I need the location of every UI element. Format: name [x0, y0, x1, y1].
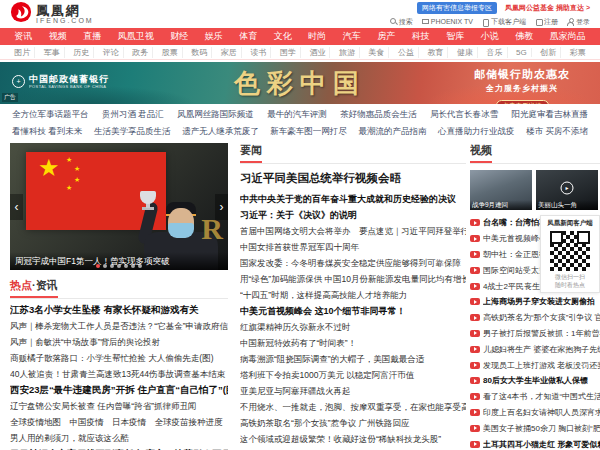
tab-video[interactable]: 视频 [470, 143, 492, 163]
hot-news-item[interactable]: 男子被埋身亡家属找不到责任人 官方：挖墓引发不属安全事故 [10, 446, 228, 450]
tab-info[interactable]: 资讯 [36, 279, 58, 291]
carousel-dot[interactable] [96, 264, 100, 268]
main-nav-item[interactable]: 资讯 [14, 30, 32, 43]
yaowen-news-item[interactable]: 用“绿色”加码能源保供 中国10月份新能源发电量同比均有增长 [240, 271, 466, 287]
text-ad-link[interactable]: 最潮流的产品指南 [358, 126, 426, 138]
main-nav-item[interactable]: 科技 [412, 30, 430, 43]
main-nav-item[interactable]: 体育 [239, 30, 257, 43]
video-list-item[interactable]: 土耳其四耳小猫走红 形象可爱似精灵 [470, 436, 600, 450]
sub-nav-item[interactable]: 教育 [423, 47, 448, 58]
main-nav-item[interactable]: 娱乐 [205, 30, 223, 43]
video-list-item[interactable]: 高铁奶茶名为“那个女孩”引争议 官方回应 [470, 310, 600, 326]
yaowen-news-item[interactable]: 中美元首视频峰会 这10个细节非同寻常！ [240, 303, 466, 319]
quick-link[interactable]: 下载客户端 [482, 17, 526, 27]
main-nav-item[interactable]: 直播 [83, 30, 101, 43]
sub-nav-item[interactable]: 评论 [99, 47, 124, 58]
charity-link[interactable]: 凤凰网公益基金 捐助直达 > [505, 3, 590, 13]
hot-news-item[interactable]: 商贩橘子散落路口：小学生帮忙抢捡 大人偷偷先走(图) [10, 350, 228, 366]
text-ad-link[interactable]: 心直播助力行业战疫 [438, 126, 515, 138]
carousel-prev-arrow[interactable]: ‹ [10, 194, 23, 220]
main-nav-item[interactable]: 视频 [49, 30, 67, 43]
sub-nav-item[interactable]: 创新 [536, 47, 561, 58]
lead-headline[interactable]: 习近平同美国总统举行视频会晤 [240, 171, 466, 186]
hot-news-item[interactable]: 江苏3名小学女生坠楼 有家长怀疑和游戏有关 [10, 302, 228, 318]
yaowen-news-item[interactable]: 首届中国网络文明大会将举办 要点速览｜习近平同拜登举行视频会晤 [240, 223, 466, 239]
sub-nav-item[interactable]: 政务 [128, 47, 153, 58]
text-ad-link[interactable]: 贵州习酒 君品汇 [102, 109, 164, 121]
hot-news-item[interactable]: 风声｜棒杀宠物犬工作人员是否违法？“它基金”申请政府信息公开 [10, 318, 228, 334]
yaowen-news-item[interactable]: 塔利班下令拍卖1000万美元 以稳定阿富汗币值 [240, 367, 466, 383]
yaowen-news-item[interactable]: 中共中央关于党的百年奋斗重大成就和历史经验的决议 [240, 191, 466, 207]
sub-nav-item[interactable]: 图片 [10, 47, 35, 58]
hot-news-item[interactable]: 辽宁盘锦公安局长被查 任内曾曝“跨省”抓律师丑闻 [10, 398, 228, 414]
text-ad-link[interactable]: 最牛的汽车评测 [267, 109, 327, 121]
main-nav-item[interactable]: 凰家尚品 [550, 30, 586, 43]
ifeng-logo[interactable]: 鳳凰網 IFENG.COM [10, 1, 94, 27]
carousel-dot[interactable] [131, 264, 135, 268]
sub-nav-item[interactable]: 健康 [453, 47, 478, 58]
sub-nav-item[interactable]: 读书 [246, 47, 271, 58]
sub-nav-item[interactable]: 彩票 [566, 47, 590, 58]
carousel-dot[interactable] [138, 264, 142, 268]
sub-nav-item[interactable]: 历史 [69, 47, 94, 58]
yaowen-news-item[interactable]: 国家发改委：今冬明春煤炭安全稳定供应能够得到可靠保障 [240, 255, 466, 271]
quick-link[interactable]: 注册 [535, 17, 558, 27]
headline-carousel[interactable]: ★ ★ ★ ★ ★ R ‹ › 周冠宇成中国F1第一人！曾实现多项突破 [10, 143, 228, 270]
main-nav-item[interactable]: 房产 [377, 30, 395, 43]
sub-nav-item[interactable]: 股票 [158, 47, 183, 58]
main-nav-item[interactable]: 佛教 [515, 30, 533, 43]
main-nav-item[interactable]: 文化 [274, 30, 292, 43]
yaowen-news-item[interactable]: 高铁奶茶取名“那个女孩”惹争议 广州铁路回应 [240, 415, 466, 431]
sub-nav-item[interactable]: 5G [512, 48, 532, 57]
main-nav-item[interactable]: 智库 [446, 30, 464, 43]
hot-news-item[interactable]: 西安23层“最牛违建民房”开拆 住户直言“自己怕了”(图) [10, 382, 228, 398]
quick-link[interactable]: 搜索 [390, 17, 413, 27]
video-list-item[interactable]: 印度上百名妇女请神职人员深宵求子 [470, 405, 600, 421]
video-list-item[interactable]: 男子被打后报警反被抓：1年前曾将别人打伤 [470, 326, 600, 342]
main-nav-item[interactable]: 财经 [170, 30, 188, 43]
main-nav-item[interactable]: 汽车 [343, 30, 361, 43]
sub-nav-item[interactable]: 国学 [276, 47, 301, 58]
yaowen-news-item[interactable]: 亚美尼亚与阿塞拜疆战火再起 [240, 383, 466, 399]
hot-news-item[interactable]: 40人被追责！甘肃青兰高速致13死44伤事故调查基本结束 [10, 366, 228, 382]
yaowen-news-item[interactable]: 这个领域或迎超级繁荣！收藏好这份“稀缺科技龙头股” [240, 431, 466, 447]
sub-nav-item[interactable]: 公益 [394, 47, 419, 58]
text-ad-link[interactable]: 阳光庭审看吉林直播 [512, 109, 589, 121]
text-ad-link[interactable]: 看懂科技 看到未来 [12, 126, 82, 138]
video-list-item[interactable]: 美国女子被捅50余刀 胸口被刻“肥胖”字样 [470, 420, 600, 436]
quick-link[interactable]: 登录 [567, 17, 590, 27]
carousel-next-arrow[interactable]: › [215, 194, 228, 220]
video-thumbnail[interactable]: ▸ 美丽山头一角 [536, 170, 598, 210]
text-ad-link[interactable]: 生活美学享品质生活 [94, 126, 171, 138]
yaowen-news-item[interactable]: 中国女排首获世界冠军四十周年 [240, 239, 466, 255]
sub-nav-item[interactable]: 音乐 [483, 47, 508, 58]
text-ad-link[interactable]: 楼市 买房不添堵 [526, 126, 588, 138]
report-badge[interactable]: 网络有害信息举报专区 [417, 2, 497, 14]
quick-link[interactable]: PHOENIX TV [422, 18, 473, 25]
banner-ad[interactable]: + 中国邮政储蓄银行 POSTAL SAVINGS BANK OF CHINA … [0, 62, 600, 104]
hot-news-item[interactable]: 全球疫情地图 中国疫情 日本疫情 全球疫苗接种进度 [10, 414, 228, 430]
sub-nav-item[interactable]: 家居 [217, 47, 242, 58]
yaowen-news-item[interactable]: 红旗渠精神历久弥新永不过时 [240, 319, 466, 335]
text-ad-link[interactable]: 遗产无人继承荒废了 [182, 126, 259, 138]
video-list-item[interactable]: 儿媳妇将生产 婆婆在家抱狗子先练手 [470, 341, 600, 357]
banner-cta-button[interactable]: 点击查看详情 [496, 100, 549, 104]
sub-nav-item[interactable]: 美食 [364, 47, 389, 58]
carousel-dot[interactable] [103, 264, 107, 268]
yaowen-news-item[interactable]: 中国新冠特效药有了“时间表”！ [240, 335, 466, 351]
yaowen-news-item[interactable]: “十四五”时期，这样提高高技能人才培养能力 [240, 287, 466, 303]
main-nav-item[interactable]: 凤凰卫视 [118, 30, 154, 43]
yaowen-news-item[interactable]: 不用烧水、一推就走，泡脚、按摩双重享受，在家也能享受高端足浴 [240, 399, 466, 415]
video-list-item[interactable]: 80后女大学生毕业做私人保镖 [470, 373, 600, 389]
yaowen-news-item[interactable]: 病毒溯源“阻挠国际调查”的大帽子，美国戴最合适 [240, 351, 466, 367]
tab-hot[interactable]: 热点 [10, 279, 32, 291]
video-thumbnail[interactable]: 战争9月难回 [470, 170, 532, 210]
text-ad-link[interactable]: 凤凰网丝路国际频道 [177, 109, 254, 121]
text-ad-link[interactable]: 局长代言长春冰雪 [430, 109, 498, 121]
main-nav-item[interactable]: 小说 [481, 30, 499, 43]
text-ad-link[interactable]: 茶好物惠品质会生活 [340, 109, 417, 121]
carousel-dot[interactable] [110, 264, 114, 268]
hot-news-item[interactable]: 男人用的剃须刀，就应该这么酷 [10, 430, 228, 446]
video-list-item[interactable]: 看了这4本书，才知道“中国式生活美学” [470, 389, 600, 405]
main-nav-item[interactable]: 时尚 [308, 30, 326, 43]
